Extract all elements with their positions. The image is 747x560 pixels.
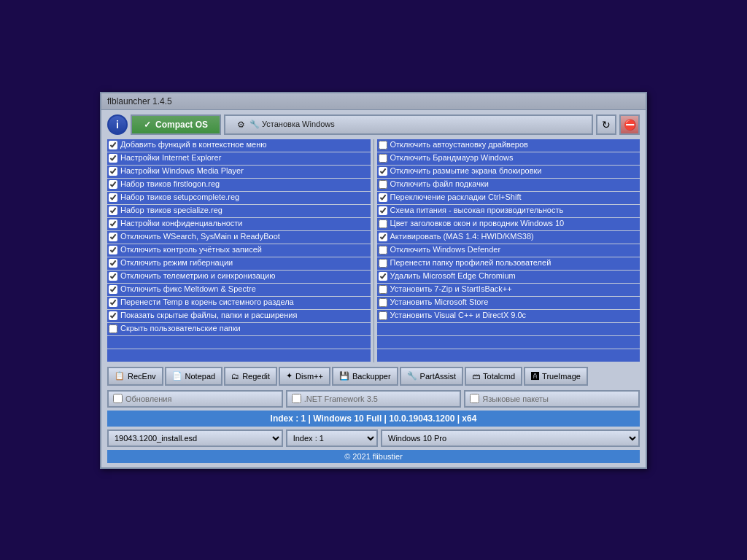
- file-select[interactable]: 19043.1200_install.esd: [107, 429, 283, 447]
- left-checkbox-0[interactable]: [109, 141, 117, 149]
- notepad-icon: 📄: [172, 371, 182, 381]
- right-label-0: Отключить автоустановку драйверов: [390, 140, 528, 149]
- left-item-11: Отключить фикс Meltdown & Spectre: [107, 284, 371, 296]
- left-checkbox-5[interactable]: [109, 206, 117, 215]
- right-label-3: Отключить файл подкачки: [390, 179, 489, 189]
- left-label-4: Набор твиков setupcomplete.reg: [120, 192, 239, 202]
- app-btn-backupper[interactable]: 💾Backupper: [332, 367, 398, 386]
- footer: © 2021 flibustier: [107, 450, 640, 463]
- right-checkbox-3[interactable]: [379, 180, 387, 189]
- left-label-14: Скрыть пользовательские папки: [120, 324, 241, 333]
- right-item-6: Цвет заголовков окон и проводник Windows…: [377, 218, 640, 230]
- left-item-4: Набор твиков setupcomplete.reg: [107, 192, 371, 204]
- app-btn-recenv[interactable]: 📋RecEnv: [107, 367, 163, 386]
- left-label-7: Отключить WSearch, SysMain и ReadyBoot: [120, 232, 280, 241]
- title-bar: flblauncher 1.4.5: [101, 93, 646, 110]
- right-checkbox-9[interactable]: [379, 259, 387, 268]
- left-label-6: Настройки конфиденциальности: [120, 219, 243, 228]
- right-item-5: Схема питания - высокая производительнос…: [377, 205, 640, 217]
- left-item-10: Отключить телеметрию и синхронизацию: [107, 271, 371, 283]
- app-btn-regedit[interactable]: 🗂Regedit: [224, 367, 277, 386]
- right-checkbox-7[interactable]: [379, 233, 387, 241]
- right-checkbox-0[interactable]: [379, 141, 387, 149]
- extra-label-0: Обновления: [125, 394, 171, 403]
- right-item-2: Отключить размытие экрана блокировки: [377, 166, 640, 178]
- left-checkbox-2[interactable]: [109, 167, 117, 176]
- right-item-4: Переключение раскладки Ctrl+Shift: [377, 192, 640, 204]
- right-checkbox-2[interactable]: [379, 167, 387, 176]
- left-label-9: Отключить режим гибернации: [120, 258, 233, 268]
- left-checkbox-13[interactable]: [109, 311, 117, 320]
- extra-label-1: .NET Framework 3.5: [304, 394, 378, 403]
- left-item-5: Набор твиков specialize.reg: [107, 205, 371, 217]
- left-label-12: Перенести Temp в корень системного разде…: [120, 298, 294, 307]
- extra-checkbox-0[interactable]: [113, 394, 123, 403]
- app-btn-trueimage[interactable]: 🅰TrueImage: [524, 367, 588, 386]
- left-item-6: Настройки конфиденциальности: [107, 218, 371, 230]
- left-checkbox-7[interactable]: [109, 233, 117, 241]
- left-checkbox-3[interactable]: [109, 180, 117, 189]
- app-btn-dism++[interactable]: ✦Dism++: [279, 367, 330, 386]
- left-label-10: Отключить телеметрию и синхронизацию: [120, 271, 276, 281]
- info-button[interactable]: i: [107, 114, 128, 135]
- left-label-11: Отключить фикс Meltdown & Spectre: [120, 284, 256, 294]
- left-label-8: Отключить контроль учётных записей: [120, 245, 262, 254]
- extra-btn-2[interactable]: Языковые пакеты: [464, 390, 640, 408]
- right-label-4: Переключение раскладки Ctrl+Shift: [390, 192, 522, 202]
- right-label-10: Удалить Microsoft Edge Chromium: [390, 271, 516, 281]
- extra-btn-1[interactable]: .NET Framework 3.5: [286, 390, 462, 408]
- backupper-icon: 💾: [339, 371, 349, 381]
- right-checkbox-13[interactable]: [379, 311, 387, 320]
- left-checkbox-8[interactable]: [109, 246, 117, 254]
- recenv-icon: 📋: [115, 371, 125, 381]
- totalcmd-icon: 🗃: [472, 372, 480, 381]
- right-empty-row-1: [377, 336, 640, 349]
- right-checkbox-1[interactable]: [379, 154, 387, 163]
- left-item-7: Отключить WSearch, SysMain и ReadyBoot: [107, 231, 371, 244]
- status-bar: Index : 1 | Windows 10 Full | 10.0.19043…: [107, 411, 640, 427]
- extra-btn-0[interactable]: Обновления: [107, 390, 283, 408]
- right-item-7: Активировать (MAS 1.4: HWID/KMS38): [377, 231, 640, 244]
- right-label-11: Установить 7-Zip и StartIsBack++: [390, 284, 512, 294]
- right-checkbox-6[interactable]: [379, 219, 387, 228]
- app-btn-partassist[interactable]: 🔧PartAssist: [400, 367, 464, 386]
- right-item-0: Отключить автоустановку драйверов: [377, 139, 640, 152]
- right-label-7: Активировать (MAS 1.4: HWID/KMS38): [390, 232, 534, 241]
- stop-button[interactable]: ⛔: [619, 114, 640, 135]
- refresh-button[interactable]: ↻: [596, 114, 616, 135]
- right-label-9: Перенести папку профилей пользователей: [390, 258, 551, 268]
- right-checkbox-4[interactable]: [379, 193, 387, 202]
- right-checkbox-8[interactable]: [379, 246, 387, 254]
- extra-checkbox-1[interactable]: [292, 394, 301, 403]
- right-item-10: Удалить Microsoft Edge Chromium: [377, 271, 640, 283]
- right-checkbox-11[interactable]: [379, 285, 387, 294]
- index-select[interactable]: Index : 1Index : 2Index : 3: [286, 429, 378, 447]
- left-checkbox-1[interactable]: [109, 154, 117, 163]
- left-label-5: Набор твиков specialize.reg: [120, 206, 222, 215]
- extra-checkbox-2[interactable]: [470, 394, 479, 403]
- trueimage-icon: 🅰: [531, 372, 539, 381]
- app-btn-totalcmd[interactable]: 🗃Totalcmd: [465, 367, 522, 386]
- app-btn-notepad[interactable]: 📄Notepad: [165, 367, 223, 386]
- tab-install-windows[interactable]: ⚙ 🔧 Установка Windows: [224, 114, 593, 135]
- left-checkbox-6[interactable]: [109, 219, 117, 228]
- tab-compact-os[interactable]: ✓ Compact OS: [131, 114, 221, 135]
- left-checkbox-14[interactable]: [109, 324, 117, 333]
- right-label-12: Установить Microsoft Store: [390, 298, 489, 307]
- left-item-1: Настройки Internet Explorer: [107, 152, 371, 165]
- left-checkbox-4[interactable]: [109, 193, 117, 202]
- left-checkbox-11[interactable]: [109, 285, 117, 294]
- left-checkbox-10[interactable]: [109, 272, 117, 281]
- right-checkbox-5[interactable]: [379, 206, 387, 215]
- right-checkbox-12[interactable]: [379, 298, 387, 307]
- left-label-0: Добавить функций в контекстное меню: [120, 140, 267, 149]
- left-checkbox-9[interactable]: [109, 259, 117, 268]
- app-buttons-row: 📋RecEnv📄Notepad🗂Regedit✦Dism++💾Backupper…: [101, 362, 646, 390]
- left-checkbox-12[interactable]: [109, 298, 117, 307]
- window-title: flblauncher 1.4.5: [107, 96, 172, 106]
- edition-select[interactable]: Windows 10 ProWindows 10 HomeWindows 10 …: [381, 429, 640, 447]
- right-column: Отключить автоустановку драйверовОтключи…: [374, 139, 640, 362]
- right-checkbox-10[interactable]: [379, 272, 387, 281]
- right-label-8: Отключить Windows Defender: [390, 245, 501, 254]
- right-label-2: Отключить размытие экрана блокировки: [390, 166, 542, 176]
